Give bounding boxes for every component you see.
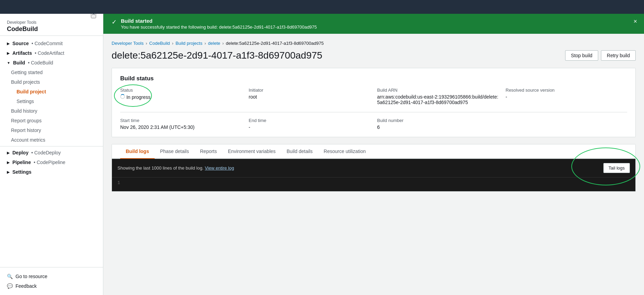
build-arn-label: Build ARN <box>377 88 499 93</box>
sidebar-settings-main-label: Settings <box>12 169 31 175</box>
sidebar-build-project-label: Build project <box>17 89 46 94</box>
arrow-icon-artifacts: ▶ <box>7 51 10 55</box>
log-info-text: Showing the last 1000 lines of the build… <box>117 165 204 171</box>
breadcrumb-codebuild[interactable]: CodeBuild <box>149 41 170 46</box>
tab-environment-variables-label: Environment variables <box>228 149 276 154</box>
alert-success-icon: ✓ <box>112 18 117 26</box>
resolved-source-label: Resolved source version <box>506 88 627 93</box>
view-entire-log-link[interactable]: View entire log <box>205 165 234 171</box>
arrow-icon-pipeline: ▶ <box>7 161 10 164</box>
sidebar-close-button[interactable]: × <box>91 14 96 18</box>
breadcrumb-delete[interactable]: delete <box>208 41 220 46</box>
sidebar-item-settings-main[interactable]: ▶ Settings <box>0 167 103 177</box>
tab-reports[interactable]: Reports <box>195 144 222 159</box>
sidebar-pipeline-label: Pipeline <box>12 160 31 165</box>
status-field: Status In progress <box>120 88 242 105</box>
tail-logs-button[interactable]: Tail logs <box>603 163 630 173</box>
build-status-card: Build status Status In progress <box>112 68 636 137</box>
arrow-icon-deploy: ▶ <box>7 151 10 155</box>
go-to-resource-label: Go to resource <box>15 274 48 279</box>
sidebar-item-build-history[interactable]: Build history <box>0 106 103 116</box>
sidebar-deploy-sub: • CodeDeploy <box>31 150 61 155</box>
build-status-title: Build status <box>120 75 627 82</box>
page-body: Developer Tools › CodeBuild › Build proj… <box>103 34 644 199</box>
alert-text: Build started You have successfully star… <box>121 18 317 30</box>
alert-title: Build started <box>121 18 317 24</box>
end-time-value: - <box>249 124 370 130</box>
sidebar-artifacts-label: Artifacts <box>12 50 32 56</box>
sidebar-item-report-history[interactable]: Report history <box>0 125 103 135</box>
start-time-value: Nov 26, 2020 2:31 AM (UTC+5:30) <box>120 124 242 130</box>
page-title-row: delete:5a62125e-2d91-4017-a1f3-8d69700ad… <box>112 50 636 61</box>
tab-resource-utilization[interactable]: Resource utilization <box>318 144 371 159</box>
sidebar-item-account-metrics[interactable]: Account metrics <box>0 135 103 145</box>
tab-build-details[interactable]: Build details <box>281 144 318 159</box>
sidebar-item-build-project[interactable]: Build project <box>0 87 103 96</box>
tab-resource-utilization-label: Resource utilization <box>324 149 366 154</box>
sidebar-build-projects-label: Build projects <box>11 79 40 85</box>
breadcrumb-current: delete:5a62125e-2d91-4017-a1f3-8d69700ad… <box>226 41 324 46</box>
status-value-wrapper: In progress <box>120 94 150 100</box>
build-number-label: Build number <box>377 118 499 123</box>
search-icon: 🔍 <box>7 274 13 279</box>
retry-build-button[interactable]: Retry build <box>601 50 636 61</box>
resolved-source-value: - <box>506 94 627 100</box>
sidebar-nav: ▶ Source • CodeCommit ▶ Artifacts • Code… <box>0 36 103 267</box>
time-grid: Start time Nov 26, 2020 2:31 AM (UTC+5:3… <box>120 118 627 130</box>
sidebar-header: Developer Tools × CodeBuild <box>0 14 103 36</box>
arrow-icon: ▶ <box>7 42 10 45</box>
build-arn-value: arn:aws:codebuild:us-east-2:193296105866… <box>377 94 499 105</box>
log-line-number: 1 <box>117 180 124 185</box>
tab-build-logs-label: Build logs <box>126 149 149 154</box>
sidebar-item-source[interactable]: ▶ Source • CodeCommit <box>0 39 103 48</box>
sidebar-artifacts-sub: • CodeArtifact <box>35 50 64 56</box>
stop-build-button[interactable]: Stop build <box>565 50 598 61</box>
breadcrumb-sep-3: › <box>205 41 206 46</box>
alert-description: You have successfully started the follow… <box>121 24 317 30</box>
sidebar-settings-label: Settings <box>17 99 34 104</box>
sidebar-item-pipeline[interactable]: ▶ Pipeline • CodePipeline <box>0 157 103 167</box>
breadcrumb-sep-2: › <box>172 41 173 46</box>
sidebar-item-deploy[interactable]: ▶ Deploy • CodeDeploy <box>0 148 103 157</box>
status-text: In progress <box>126 94 150 100</box>
main-content: ✓ Build started You have successfully st… <box>103 14 644 295</box>
tab-phase-details[interactable]: Phase details <box>155 144 195 159</box>
go-to-resource-button[interactable]: 🔍 Go to resource <box>7 272 96 281</box>
sidebar-item-artifacts[interactable]: ▶ Artifacts • CodeArtifact <box>0 48 103 58</box>
dev-tools-label: Developer Tools <box>7 20 37 25</box>
sidebar-deploy-label: Deploy <box>12 150 29 155</box>
sidebar-account-metrics-label: Account metrics <box>11 137 45 143</box>
alert-close-button[interactable]: × <box>633 18 637 25</box>
end-time-label: End time <box>249 118 370 123</box>
alert-banner: ✓ Build started You have successfully st… <box>103 14 644 34</box>
sidebar-item-getting-started[interactable]: Getting started <box>0 68 103 77</box>
sidebar-item-report-groups[interactable]: Report groups <box>0 116 103 125</box>
tabs-container: Build logs Phase details Reports Environ… <box>112 144 636 192</box>
tab-build-logs[interactable]: Build logs <box>120 144 155 159</box>
sidebar-pipeline-sub: • CodePipeline <box>34 160 65 165</box>
status-grid: Status In progress Initiator root <box>120 88 627 105</box>
app-name-label: CodeBuild <box>7 26 96 33</box>
initiator-value: root <box>249 94 370 100</box>
log-container: Showing the last 1000 lines of the build… <box>112 159 635 191</box>
breadcrumb-sep-1: › <box>146 41 147 46</box>
log-info: Showing the last 1000 lines of the build… <box>117 165 234 171</box>
feedback-label: Feedback <box>15 283 37 289</box>
breadcrumb-build-projects[interactable]: Build projects <box>176 41 202 46</box>
tabs-bar: Build logs Phase details Reports Environ… <box>112 144 635 159</box>
tab-phase-details-label: Phase details <box>160 149 189 154</box>
sidebar-item-settings[interactable]: Settings <box>0 96 103 106</box>
sidebar-footer: 🔍 Go to resource 💬 Feedback <box>0 267 103 295</box>
top-bar <box>0 0 644 14</box>
sidebar-item-build[interactable]: ▼ Build • CodeBuild <box>0 58 103 68</box>
sidebar-item-build-projects[interactable]: Build projects <box>0 77 103 87</box>
in-progress-value: In progress <box>120 94 150 100</box>
breadcrumb-developer-tools[interactable]: Developer Tools <box>112 41 144 46</box>
tab-environment-variables[interactable]: Environment variables <box>222 144 281 159</box>
build-number-field: Build number 6 <box>377 118 499 130</box>
sidebar-report-history-label: Report history <box>11 128 41 133</box>
breadcrumb: Developer Tools › CodeBuild › Build proj… <box>112 41 636 46</box>
build-arn-field: Build ARN arn:aws:codebuild:us-east-2:19… <box>377 88 499 105</box>
feedback-button[interactable]: 💬 Feedback <box>7 281 96 291</box>
tab-build-details-label: Build details <box>287 149 313 154</box>
